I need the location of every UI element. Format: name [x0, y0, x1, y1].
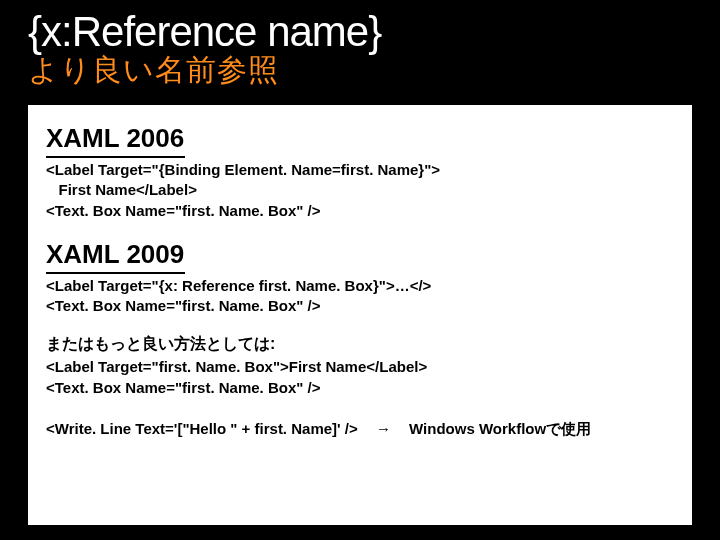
- code-block-2006: <Label Target="{Binding Element. Name=fi…: [46, 160, 674, 221]
- writeline-code: <Write. Line Text='["Hello " + first. Na…: [46, 420, 358, 437]
- heading-xaml-2009: XAML 2009: [46, 239, 674, 274]
- code-block-alt: <Label Target="first. Name. Box">First N…: [46, 357, 674, 398]
- slide: {x:Reference name} より良い名前参照 XAML 2006 <L…: [0, 0, 720, 540]
- title-japanese: より良い名前参照: [28, 50, 692, 91]
- workflow-note: Windows Workflowで使用: [409, 420, 591, 437]
- arrow-icon: →: [362, 420, 405, 437]
- alternative-note: またはもっと良い方法としては:: [46, 334, 674, 355]
- content-area: XAML 2006 <Label Target="{Binding Elemen…: [28, 105, 692, 525]
- last-line: <Write. Line Text='["Hello " + first. Na…: [46, 420, 674, 439]
- code-block-2009: <Label Target="{x: Reference first. Name…: [46, 276, 674, 317]
- title-english: {x:Reference name}: [28, 8, 692, 56]
- heading-xaml-2006: XAML 2006: [46, 123, 674, 158]
